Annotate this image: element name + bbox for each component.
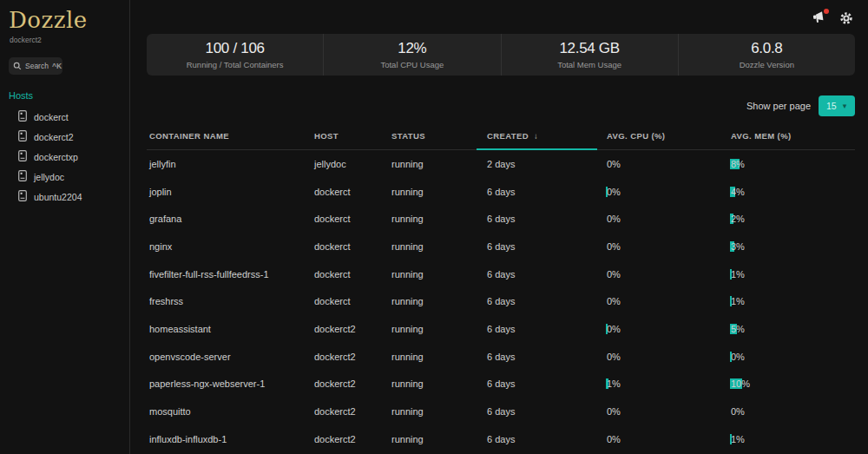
host-icon	[18, 150, 27, 163]
host-cell: dockerct	[312, 214, 389, 224]
table-row-openvscode-server[interactable]: openvscode-serverdockerct2running6 days0…	[147, 343, 855, 371]
status-cell: running	[389, 378, 484, 389]
container-name: homeassistant	[147, 324, 312, 334]
sidebar: Dozzle dockerct2 Search ^K Hosts dockerc…	[0, 0, 130, 454]
sidebar-item-host-dockerctxp[interactable]: dockerctxp	[9, 147, 122, 167]
avg-cpu-value: 0%	[607, 406, 621, 417]
avg-cpu-value: 0%	[607, 296, 621, 306]
show-per-page-label: Show per page	[746, 101, 811, 111]
avg-mem-cell: 3%	[728, 241, 855, 252]
table-row-fivefilter-full-rss-fullfeedrss-1[interactable]: fivefilter-full-rss-fullfeedrss-1dockerc…	[147, 260, 855, 288]
host-cell: dockerct	[312, 269, 389, 280]
column-header-avg-cpu[interactable]: AVG. CPU (%)	[604, 131, 728, 141]
per-page-value: 15	[826, 101, 837, 111]
table-row-influxdb-influxdb-1[interactable]: influxdb-influxdb-1dockerct2running6 day…	[147, 425, 855, 453]
created-cell: 6 days	[484, 434, 604, 444]
sort-desc-icon: ↓	[534, 131, 538, 141]
status-cell: running	[389, 406, 484, 417]
host-item-label: dockerct2	[34, 132, 74, 142]
container-name: joplin	[147, 187, 312, 197]
host-cell: dockerct2	[312, 352, 389, 362]
app-root: Dozzle dockerct2 Search ^K Hosts dockerc…	[0, 0, 868, 454]
table-row-mosquitto[interactable]: mosquittodockerct2running6 days0%0%	[147, 398, 855, 425]
avg-mem-cell: 4%	[728, 187, 855, 197]
avg-cpu-value: 0%	[607, 434, 621, 444]
host-list: dockerctdockerct2dockerctxpjellydocubunt…	[9, 107, 122, 207]
container-name: freshrss	[147, 296, 312, 306]
host-cell: dockerct	[312, 187, 389, 197]
created-cell: 6 days	[484, 324, 604, 334]
avg-cpu-cell: 0%	[604, 434, 728, 444]
avg-cpu-value: 0%	[607, 241, 621, 252]
avg-mem-cell: 1%	[728, 296, 855, 306]
avg-cpu-value: 1%	[607, 378, 621, 389]
stat-label: Total CPU Usage	[324, 60, 500, 69]
stat-cell: 100 / 106Running / Total Containers	[147, 34, 324, 76]
host-cell: dockerct2	[312, 406, 389, 417]
column-header-created[interactable]: CREATED↓	[484, 131, 604, 141]
table-row-grafana[interactable]: grafanadockerctrunning6 days0%2%	[147, 205, 855, 233]
table-row-jellyfin[interactable]: jellyfinjellydocrunning2 days0%8%	[147, 150, 855, 178]
avg-mem-cell: 1%	[728, 434, 855, 444]
avg-cpu-cell: 1%	[604, 378, 728, 389]
column-header-avg-mem[interactable]: AVG. MEM (%)	[728, 131, 855, 141]
stat-cell: 12%Total CPU Usage	[324, 34, 501, 76]
table-body: jellyfinjellydocrunning2 days0%8%joplind…	[147, 150, 855, 453]
table-row-freshrss[interactable]: freshrssdockerctrunning6 days0%1%	[147, 287, 855, 315]
avg-cpu-value: 0%	[607, 324, 621, 334]
avg-cpu-cell: 0%	[604, 187, 728, 197]
per-page-select[interactable]: 15 ▾	[819, 95, 855, 116]
search-input[interactable]: Search ^K	[9, 57, 62, 75]
avg-mem-value: 10%	[731, 378, 750, 389]
sidebar-item-host-ubuntu2204[interactable]: ubuntu2204	[9, 187, 122, 207]
sidebar-item-host-dockerct[interactable]: dockerct	[9, 107, 122, 127]
container-name: jellyfin	[147, 159, 312, 169]
avg-mem-value: 5%	[731, 324, 745, 334]
column-header-status[interactable]: STATUS	[389, 131, 484, 141]
host-icon	[18, 110, 27, 123]
stat-value: 6.0.8	[679, 40, 855, 57]
column-header-container-name[interactable]: CONTAINER NAME	[147, 131, 312, 141]
status-cell: running	[389, 269, 484, 280]
announcements-button[interactable]	[812, 11, 825, 24]
sidebar-item-host-jellydoc[interactable]: jellydoc	[9, 167, 122, 187]
stat-label: Dozzle Version	[679, 60, 855, 69]
table-header: CONTAINER NAMEHOSTSTATUSCREATED↓AVG. CPU…	[147, 124, 855, 150]
column-header-label: STATUS	[391, 131, 425, 141]
host-item-label: ubuntu2204	[34, 192, 82, 202]
settings-button[interactable]	[839, 11, 853, 25]
avg-cpu-value: 0%	[607, 352, 621, 362]
created-cell: 6 days	[484, 378, 604, 389]
column-header-label: CREATED	[487, 131, 529, 141]
notification-dot	[824, 9, 829, 14]
sidebar-item-host-dockerct2[interactable]: dockerct2	[9, 127, 122, 147]
container-name: influxdb-influxdb-1	[147, 434, 312, 444]
created-cell: 6 days	[484, 214, 604, 224]
avg-mem-value: 2%	[731, 214, 745, 224]
avg-mem-cell: 1%	[728, 269, 855, 280]
hosts-section-title: Hosts	[9, 90, 122, 101]
container-name: paperless-ngx-webserver-1	[147, 378, 312, 389]
created-cell: 2 days	[484, 159, 604, 169]
avg-mem-cell: 10%	[728, 378, 855, 389]
megaphone-icon	[812, 14, 825, 27]
created-cell: 6 days	[484, 241, 604, 252]
stats-bar: 100 / 106Running / Total Containers12%To…	[147, 34, 855, 76]
status-cell: running	[389, 296, 484, 306]
column-header-label: AVG. CPU (%)	[607, 131, 665, 141]
avg-mem-value: 0%	[731, 352, 745, 362]
host-cell: dockerct	[312, 296, 389, 306]
avg-mem-value: 1%	[731, 269, 745, 280]
table-row-nginx[interactable]: nginxdockerctrunning6 days0%3%	[147, 233, 855, 260]
app-logo[interactable]: Dozzle	[9, 7, 122, 33]
stat-value: 12%	[324, 40, 500, 57]
topbar	[147, 0, 855, 28]
avg-cpu-cell: 0%	[604, 406, 728, 417]
container-name: mosquitto	[147, 406, 312, 417]
table-row-homeassistant[interactable]: homeassistantdockerct2running6 days0%5%	[147, 315, 855, 343]
table-row-paperless-ngx-webserver-1[interactable]: paperless-ngx-webserver-1dockerct2runnin…	[147, 371, 855, 398]
created-cell: 6 days	[484, 269, 604, 280]
table-row-joplin[interactable]: joplindockerctrunning6 days0%4%	[147, 178, 855, 206]
avg-cpu-cell: 0%	[604, 324, 728, 334]
column-header-host[interactable]: HOST	[312, 131, 389, 141]
